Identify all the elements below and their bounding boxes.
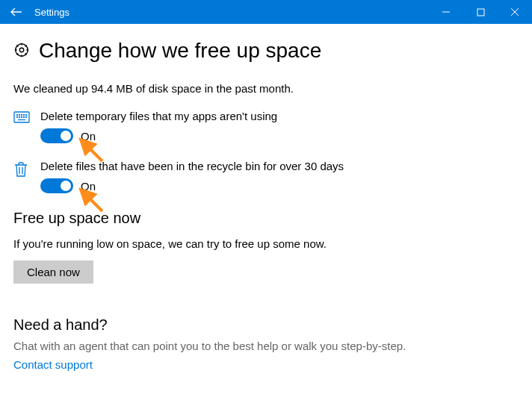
content: Change how we free up space We cleaned u… xyxy=(0,24,532,384)
svg-point-9 xyxy=(17,117,18,118)
setting-recycle-bin: Delete files that have been in the recyc… xyxy=(13,160,519,193)
svg-point-13 xyxy=(26,117,27,118)
toggle-state: On xyxy=(81,130,96,143)
minimize-button[interactable] xyxy=(429,0,463,24)
svg-point-2 xyxy=(16,43,28,56)
titlebar: Settings xyxy=(0,0,532,24)
svg-point-12 xyxy=(24,117,25,118)
free-up-desc: If you're running low on space, we can t… xyxy=(13,237,519,250)
maximize-button[interactable] xyxy=(463,0,498,24)
gear-icon xyxy=(13,42,30,60)
svg-point-1 xyxy=(19,48,24,52)
setting-label: Delete files that have been in the recyc… xyxy=(40,160,519,172)
setting-temp-files: Delete temporary files that my apps aren… xyxy=(13,110,519,143)
close-icon xyxy=(510,7,519,16)
svg-point-4 xyxy=(17,115,18,116)
back-button[interactable] xyxy=(0,0,33,24)
minimize-icon xyxy=(442,7,451,16)
contact-support-link[interactable]: Contact support xyxy=(13,358,93,371)
window-title: Settings xyxy=(34,7,69,18)
close-button[interactable] xyxy=(498,0,532,24)
svg-point-8 xyxy=(26,115,27,116)
keyboard-icon xyxy=(13,111,40,125)
svg-point-11 xyxy=(22,117,22,118)
recycle-bin-toggle[interactable] xyxy=(40,178,73,193)
arrow-left-icon xyxy=(10,5,23,19)
svg-point-7 xyxy=(24,115,25,116)
toggle-state: On xyxy=(81,180,96,193)
page-heading-row: Change how we free up space xyxy=(13,39,519,63)
svg-point-6 xyxy=(22,115,22,116)
free-up-heading: Free up space now xyxy=(13,210,519,227)
svg-rect-0 xyxy=(477,9,484,16)
setting-label: Delete temporary files that my apps aren… xyxy=(40,110,519,122)
help-desc: Chat with an agent that can point you to… xyxy=(13,340,519,352)
page-title: Change how we free up space xyxy=(39,39,321,63)
trash-icon xyxy=(13,161,40,180)
maximize-icon xyxy=(477,8,485,16)
svg-point-10 xyxy=(19,117,20,118)
temp-files-toggle[interactable] xyxy=(40,128,73,143)
svg-point-5 xyxy=(19,115,20,116)
window-controls xyxy=(429,0,532,24)
clean-now-button[interactable]: Clean now xyxy=(13,260,93,284)
cleanup-status: We cleaned up 94.4 MB of disk space in t… xyxy=(13,82,519,95)
help-heading: Need a hand? xyxy=(13,316,519,334)
